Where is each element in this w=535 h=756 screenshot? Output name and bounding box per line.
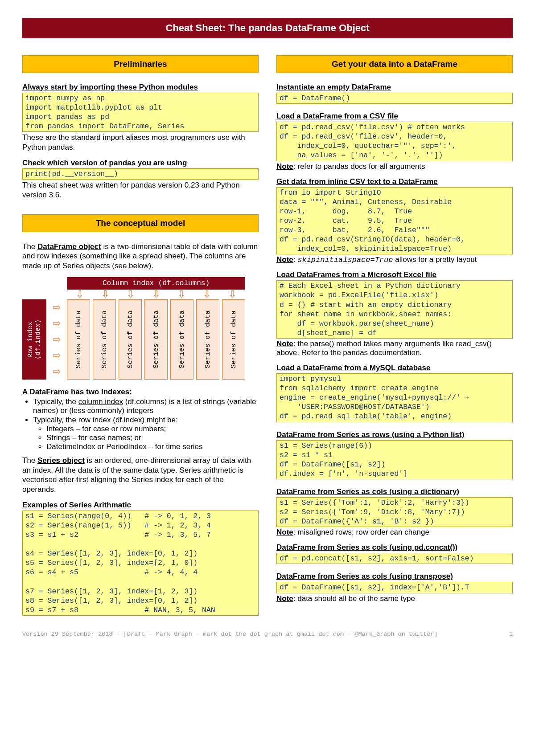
down-arrow-icon: ⇩ bbox=[143, 290, 169, 299]
diagram-right-arrows: ⇨ ⇨ ⇨ ⇨ ⇨ bbox=[46, 299, 67, 380]
dataframe-diagram: Column index (df.columns) ⇩ ⇩ ⇩ ⇩ ⇩ ⇩ ⇩ … bbox=[22, 277, 259, 380]
subhead-imports: Always start by importing these Python m… bbox=[22, 83, 259, 92]
code-series-cols-transpose: df = DataFrame([s1, s2], index=['A','B']… bbox=[276, 582, 513, 593]
diagram-series-col: Series of data bbox=[67, 299, 90, 380]
code-series-rows: s1 = Series(range(6)) s2 = s1 * s1 df = … bbox=[276, 440, 513, 479]
code-mysql: import pymysql from sqlalchemy import cr… bbox=[276, 373, 513, 422]
diagram-series-col: Series of data bbox=[222, 299, 245, 380]
text-import-aliases: These are the standard import aliases mo… bbox=[22, 133, 259, 152]
subhead-version: Check which version of pandas you are us… bbox=[22, 159, 259, 168]
code-series-arithmetic: s1 = Series(range(0, 4)) # -> 0, 1, 2, 3… bbox=[22, 511, 259, 616]
list-item: Typically, the column index (df.columns)… bbox=[33, 397, 259, 415]
subhead-series-rows: DataFrame from Series as rows (using a P… bbox=[276, 430, 513, 439]
diagram-series-col: Series of data bbox=[144, 299, 168, 380]
section-get-data: Get your data into a DataFrame bbox=[276, 55, 513, 73]
code-version: print(pd.__version__) bbox=[22, 168, 259, 180]
code-series-cols-concat: df = pd.concat([s1, s2], axis=1, sort=Fa… bbox=[276, 553, 513, 564]
down-arrow-icon: ⇩ bbox=[92, 290, 118, 299]
diagram-series-col: Series of data bbox=[170, 299, 193, 380]
down-arrow-icon: ⇩ bbox=[118, 290, 143, 299]
subhead-series-cols-concat: DataFrame from Series as cols (using pd.… bbox=[276, 543, 513, 552]
page-footer: Version 29 September 2018 - [Draft – Mar… bbox=[22, 631, 513, 637]
subhead-mysql: Load a DataFrame from a MySQL database bbox=[276, 364, 513, 372]
list-item: Strings – for case names; or bbox=[46, 433, 259, 442]
down-arrow-icon: ⇩ bbox=[194, 290, 220, 299]
diagram-series-col: Series of data bbox=[93, 299, 116, 380]
subhead-series-cols-transpose: DataFrame from Series as cols (using tra… bbox=[276, 572, 513, 581]
subhead-csv: Load a DataFrame from a CSV file bbox=[276, 112, 513, 121]
section-preliminaries: Preliminaries bbox=[22, 55, 259, 73]
note-series-cols-transpose: Note: data should all be of the same typ… bbox=[276, 594, 513, 603]
page-number: 1 bbox=[509, 631, 513, 637]
note-inline-csv: Note: skipinitialspace=True allows for a… bbox=[276, 255, 513, 264]
diagram-series-col: Series of data bbox=[119, 299, 142, 380]
indexes-list: Typically, the column index (df.columns)… bbox=[22, 397, 259, 451]
page-title: Cheat Sheet: The pandas DataFrame Object bbox=[22, 18, 513, 38]
note-excel: Note: the parse() method takes many argu… bbox=[276, 339, 513, 357]
note-series-cols-dict: Note: misaligned rows; row order can cha… bbox=[276, 528, 513, 537]
note-csv: Note: refer to pandas docs for all argum… bbox=[276, 162, 513, 171]
diagram-down-arrows: ⇩ ⇩ ⇩ ⇩ ⇩ ⇩ ⇩ bbox=[67, 290, 245, 299]
text-version-info: This cheat sheet was written for pandas … bbox=[22, 180, 259, 200]
down-arrow-icon: ⇩ bbox=[220, 290, 245, 299]
text-series-desc: The Series object is an ordered, one-dim… bbox=[22, 456, 259, 494]
right-arrow-icon: ⇨ bbox=[53, 350, 61, 361]
diagram-column-index-label: Column index (df.columns) bbox=[67, 277, 245, 290]
right-arrow-icon: ⇨ bbox=[53, 318, 61, 329]
subhead-two-indexes: A DataFrame has two Indexes: bbox=[22, 388, 259, 396]
diagram-series-columns: Series of data Series of data Series of … bbox=[67, 299, 245, 380]
right-column: Get your data into a DataFrame Instantia… bbox=[276, 55, 513, 616]
diagram-series-col: Series of data bbox=[196, 299, 219, 380]
code-excel: # Each Excel sheet in a Python dictionar… bbox=[276, 280, 513, 339]
footer-version: Version 29 September 2018 - [Draft – Mar… bbox=[22, 631, 438, 637]
right-arrow-icon: ⇨ bbox=[53, 366, 61, 377]
text-dataframe-desc: The DataFrame object is a two-dimensiona… bbox=[22, 242, 259, 271]
code-inline-csv: from io import StringIO data = """, Anim… bbox=[276, 187, 513, 255]
code-imports: import numpy as np import matplotlib.pyp… bbox=[22, 93, 259, 132]
list-item: DatetimeIndex or PeriodIndex – for time … bbox=[46, 442, 259, 451]
subhead-series-arithmetic: Examples of Series Arithmatic bbox=[22, 501, 259, 510]
right-arrow-icon: ⇨ bbox=[53, 302, 61, 313]
subhead-empty-df: Instantiate an empty DataFrame bbox=[276, 83, 513, 92]
list-item: Typically, the row index (df.index) migh… bbox=[33, 416, 259, 451]
right-arrow-icon: ⇨ bbox=[53, 334, 61, 345]
subhead-inline-csv: Get data from inline CSV text to a DataF… bbox=[276, 177, 513, 186]
code-empty-df: df = DataFrame() bbox=[276, 93, 513, 104]
diagram-row-index-label: Row index (df.index) bbox=[22, 299, 46, 380]
down-arrow-icon: ⇩ bbox=[67, 290, 92, 299]
subhead-excel: Load DataFrames from a Microsoft Excel f… bbox=[276, 270, 513, 279]
subhead-series-cols-dict: DataFrame from Series as cols (using a d… bbox=[276, 487, 513, 496]
left-column: Preliminaries Always start by importing … bbox=[22, 55, 259, 616]
section-conceptual-model: The conceptual model bbox=[22, 214, 259, 232]
code-csv: df = pd.read_csv('file.csv') # often wor… bbox=[276, 122, 513, 161]
list-item: Integers – for case or row numbers; bbox=[46, 425, 259, 433]
code-series-cols-dict: s1 = Series({'Tom':1, 'Dick':2, 'Harry':… bbox=[276, 497, 513, 527]
two-column-layout: Preliminaries Always start by importing … bbox=[22, 55, 513, 616]
down-arrow-icon: ⇩ bbox=[169, 290, 194, 299]
